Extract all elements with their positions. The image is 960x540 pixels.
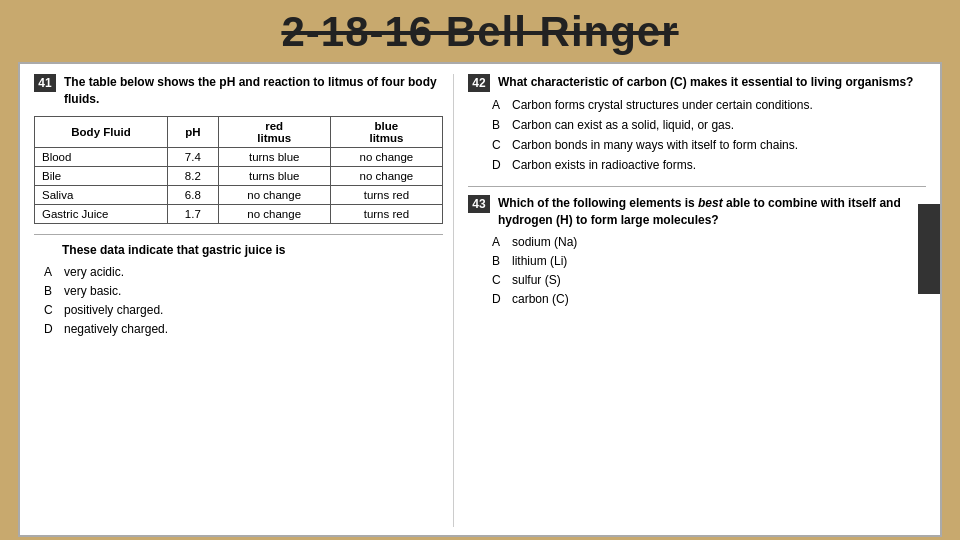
answer-text-c: sulfur (S)	[512, 273, 561, 287]
cell-bile-red: turns blue	[218, 166, 330, 185]
answer-text-a: Carbon forms crystal structures under ce…	[512, 98, 813, 112]
q41-number: 41	[34, 74, 56, 92]
section-divider	[34, 234, 443, 235]
table-row: Bile 8.2 turns blue no change	[35, 166, 443, 185]
answer-text-c: Carbon bonds in many ways with itself to…	[512, 138, 798, 152]
col-blue-litmus: bluelitmus	[330, 116, 442, 147]
q42-text: What characteristic of carbon (C) makes …	[498, 74, 913, 91]
cell-saliva-blue: turns red	[330, 185, 442, 204]
cell-gastric-red: no change	[218, 204, 330, 223]
table-row: Blood 7.4 turns blue no change	[35, 147, 443, 166]
list-item: B lithium (Li)	[482, 254, 926, 268]
answer-text-b: Carbon can exist as a solid, liquid, or …	[512, 118, 734, 132]
answer-letter-c: C	[492, 138, 506, 152]
cell-blood-ph: 7.4	[168, 147, 219, 166]
cell-bile-blue: no change	[330, 166, 442, 185]
q43-text: Which of the following elements is best …	[498, 195, 926, 229]
q41-text: The table below shows the pH and reactio…	[64, 74, 443, 108]
q42-header: 42 What characteristic of carbon (C) mak…	[468, 74, 926, 92]
answer-letter-b: B	[44, 284, 58, 298]
question-43: 43 Which of the following elements is be…	[468, 195, 926, 306]
list-item: D carbon (C)	[482, 292, 926, 306]
q41-sub-question: These data indicate that gastric juice i…	[34, 243, 443, 257]
list-item: C Carbon bonds in many ways with itself …	[482, 138, 926, 152]
question-42: 42 What characteristic of carbon (C) mak…	[468, 74, 926, 172]
ph-table: Body Fluid pH redlitmus bluelitmus Blood…	[34, 116, 443, 224]
list-item: D negatively charged.	[34, 322, 443, 336]
col-red-litmus: redlitmus	[218, 116, 330, 147]
q41-answers: A very acidic. B very basic. C positivel…	[34, 265, 443, 336]
answer-text-c: positively charged.	[64, 303, 163, 317]
cell-blood-red: turns blue	[218, 147, 330, 166]
cell-blood-blue: no change	[330, 147, 442, 166]
answer-letter-d: D	[492, 292, 506, 306]
list-item: A very acidic.	[34, 265, 443, 279]
answer-letter-a: A	[44, 265, 58, 279]
cell-gastric-ph: 1.7	[168, 204, 219, 223]
answer-text-b: very basic.	[64, 284, 121, 298]
cell-saliva-red: no change	[218, 185, 330, 204]
answer-text-d: negatively charged.	[64, 322, 168, 336]
answer-text-a: very acidic.	[64, 265, 124, 279]
cell-saliva: Saliva	[35, 185, 168, 204]
answer-letter-b: B	[492, 254, 506, 268]
list-item: C positively charged.	[34, 303, 443, 317]
right-column: 42 What characteristic of carbon (C) mak…	[454, 74, 926, 527]
cell-saliva-ph: 6.8	[168, 185, 219, 204]
q43-answers: A sodium (Na) B lithium (Li) C sulfur (S…	[468, 235, 926, 306]
cell-bile: Bile	[35, 166, 168, 185]
cell-gastric-blue: turns red	[330, 204, 442, 223]
col-ph: pH	[168, 116, 219, 147]
q41-table-wrapper: Body Fluid pH redlitmus bluelitmus Blood…	[34, 116, 443, 224]
col-body-fluid: Body Fluid	[35, 116, 168, 147]
answer-letter-a: A	[492, 98, 506, 112]
cell-blood: Blood	[35, 147, 168, 166]
q42-q43-divider	[468, 186, 926, 187]
main-card: 41 The table below shows the pH and reac…	[18, 62, 942, 537]
title: 2-18-16 Bell Ringer	[0, 0, 960, 62]
answer-letter-d: D	[44, 322, 58, 336]
left-column: 41 The table below shows the pH and reac…	[34, 74, 454, 527]
list-item: D Carbon exists in radioactive forms.	[482, 158, 926, 172]
q43-number: 43	[468, 195, 490, 213]
answer-text-d: carbon (C)	[512, 292, 569, 306]
table-row: Saliva 6.8 no change turns red	[35, 185, 443, 204]
answer-letter-a: A	[492, 235, 506, 249]
answer-text-d: Carbon exists in radioactive forms.	[512, 158, 696, 172]
q42-number: 42	[468, 74, 490, 92]
dark-decorative-block	[918, 204, 940, 294]
q42-answers: A Carbon forms crystal structures under …	[468, 98, 926, 172]
cell-bile-ph: 8.2	[168, 166, 219, 185]
answer-text-a: sodium (Na)	[512, 235, 577, 249]
table-row: Gastric Juice 1.7 no change turns red	[35, 204, 443, 223]
answer-letter-d: D	[492, 158, 506, 172]
list-item: B Carbon can exist as a solid, liquid, o…	[482, 118, 926, 132]
answer-letter-c: C	[44, 303, 58, 317]
q43-header: 43 Which of the following elements is be…	[468, 195, 926, 229]
list-item: B very basic.	[34, 284, 443, 298]
list-item: A sodium (Na)	[482, 235, 926, 249]
cell-gastric: Gastric Juice	[35, 204, 168, 223]
answer-letter-c: C	[492, 273, 506, 287]
question-41: 41 The table below shows the pH and reac…	[34, 74, 443, 108]
list-item: A Carbon forms crystal structures under …	[482, 98, 926, 112]
list-item: C sulfur (S)	[482, 273, 926, 287]
answer-letter-b: B	[492, 118, 506, 132]
answer-text-b: lithium (Li)	[512, 254, 567, 268]
